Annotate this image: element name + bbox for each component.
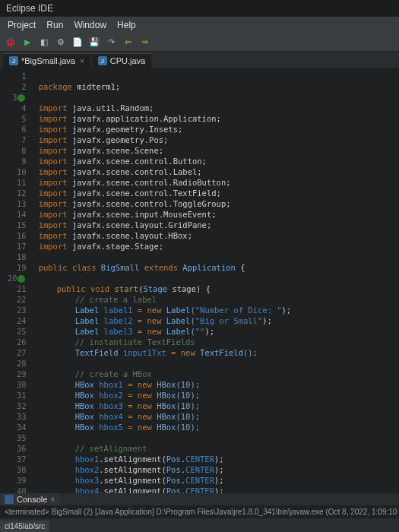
console-label: Console xyxy=(17,495,47,504)
external-tools-icon[interactable]: ⚙ xyxy=(55,36,67,49)
java-file-icon: J xyxy=(98,56,107,65)
console-status: <terminated> BigSmall (2) [Java Applicat… xyxy=(0,505,399,518)
coverage-icon[interactable]: ◧ xyxy=(38,36,50,49)
import-marker-icon xyxy=(17,94,25,102)
java-file-icon: J xyxy=(9,56,18,65)
step-icon[interactable]: ↷ xyxy=(105,36,117,49)
save-icon[interactable]: 💾 xyxy=(88,36,100,49)
toolbar: 🐞 ▶ ◧ ⚙ 📄 💾 ↷ ⇐ ⇒ xyxy=(0,33,399,52)
window-title: Eclipse IDE xyxy=(0,0,399,17)
debug-icon[interactable]: 🐞 xyxy=(5,36,17,49)
tab-label: CPU.java xyxy=(110,56,145,65)
menu-project[interactable]: Project xyxy=(8,20,36,30)
console-icon xyxy=(5,495,14,504)
line-numbers: 1234567891011121314151617181920212223242… xyxy=(0,68,31,493)
menu-run[interactable]: Run xyxy=(46,20,63,30)
tab-label: *BigSmall.java xyxy=(21,56,75,65)
back-icon[interactable]: ⇐ xyxy=(122,36,134,49)
editor-tabs: J *BigSmall.java × J CPU.java xyxy=(0,52,399,68)
close-icon[interactable]: × xyxy=(80,57,84,65)
menu-bar: Project Run Window Help xyxy=(0,17,399,33)
console-panel: Console × <terminated> BigSmall (2) [Jav… xyxy=(0,493,399,518)
close-icon[interactable]: × xyxy=(50,496,55,504)
run-icon[interactable]: ▶ xyxy=(21,36,33,49)
menu-window[interactable]: Window xyxy=(74,20,106,30)
menu-help[interactable]: Help xyxy=(117,20,136,30)
method-marker-icon xyxy=(17,275,25,283)
tab-cpu[interactable]: J CPU.java xyxy=(92,53,151,68)
code-area[interactable]: package midterm1; import java.util.Rando… xyxy=(31,68,292,493)
tab-bigsmall[interactable]: J *BigSmall.java × xyxy=(3,53,90,68)
new-icon[interactable]: 📄 xyxy=(71,36,84,49)
status-bar-path: ci145lab/src xyxy=(0,521,49,532)
forward-icon[interactable]: ⇒ xyxy=(138,36,150,49)
console-tab[interactable]: Console × xyxy=(0,493,59,505)
code-editor[interactable]: 1234567891011121314151617181920212223242… xyxy=(0,68,399,493)
